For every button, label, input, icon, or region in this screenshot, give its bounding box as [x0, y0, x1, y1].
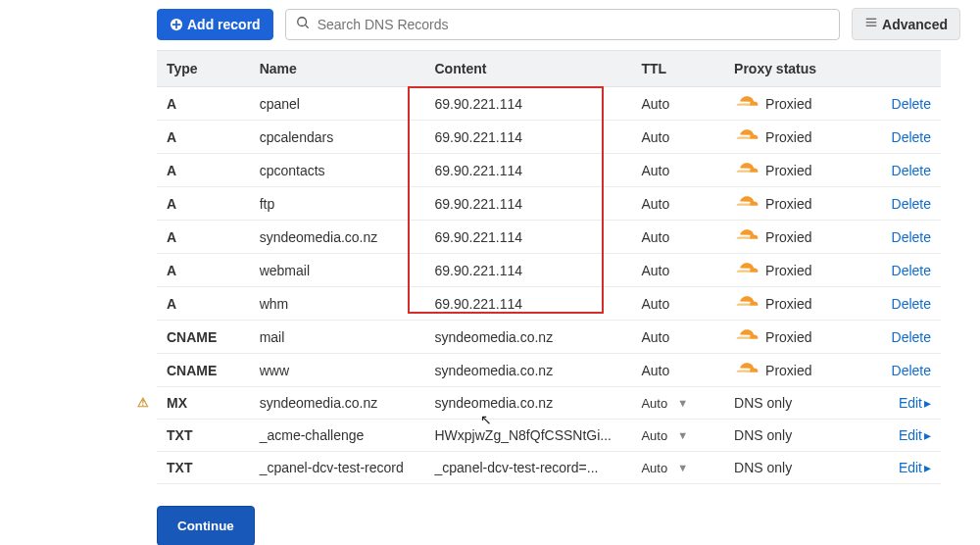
ttl-value[interactable]: Auto — [641, 129, 669, 145]
type-value: TXT — [167, 427, 192, 443]
add-record-label: Add record — [187, 17, 261, 32]
proxy-label: Proxied — [765, 363, 811, 378]
table-row[interactable]: Asyndeomedia.co.nz69.90.221.114AutoProxi… — [157, 221, 941, 254]
cell-action: Delete — [868, 354, 941, 387]
cell-proxy: Proxied — [724, 354, 868, 387]
continue-button[interactable]: Continue — [157, 506, 255, 545]
proxy-label: Proxied — [765, 129, 811, 145]
cell-type: A — [157, 87, 250, 121]
cell-proxy: Proxied — [724, 154, 868, 187]
add-record-button[interactable]: Add record — [157, 9, 273, 40]
column-name[interactable]: Name — [250, 51, 425, 87]
proxy-label: DNS only — [734, 395, 792, 411]
cell-action: Edit▸ — [868, 387, 941, 420]
cell-proxy: Proxied — [724, 187, 868, 221]
ttl-value[interactable]: Auto — [641, 229, 669, 245]
type-value: A — [167, 296, 176, 312]
column-ttl[interactable]: TTL — [631, 51, 724, 87]
table-row[interactable]: Acpcontacts69.90.221.114AutoProxiedDelet… — [157, 154, 941, 187]
column-proxy[interactable]: Proxy status — [724, 51, 868, 87]
chevron-down-icon[interactable]: ▼ — [677, 429, 688, 441]
type-value: A — [167, 263, 176, 278]
ttl-value[interactable]: Auto — [641, 163, 669, 178]
column-type[interactable]: Type — [157, 51, 250, 87]
cell-content: 69.90.221.114 — [425, 287, 632, 321]
proxy-label: Proxied — [765, 96, 811, 112]
delete-link[interactable]: Delete — [892, 296, 931, 312]
cell-content: HWxpjwZg_N8fQfCSSNtGi... — [425, 420, 632, 452]
table-row[interactable]: CNAMEmailsyndeomedia.co.nzAutoProxiedDel… — [157, 321, 941, 354]
type-value: CNAME — [167, 363, 217, 378]
cell-type: CNAME — [157, 321, 250, 354]
cell-ttl: Auto — [631, 187, 724, 221]
cell-content: 69.90.221.114 — [425, 121, 632, 154]
cell-ttl: Auto — [631, 121, 724, 154]
ttl-value[interactable]: Auto — [641, 96, 669, 112]
cell-action: Delete — [868, 154, 941, 187]
table-row[interactable]: Acpanel69.90.221.114AutoProxiedDelete — [157, 87, 941, 121]
cell-proxy: Proxied — [724, 121, 868, 154]
advanced-button[interactable]: Advanced — [852, 8, 960, 40]
cell-content: syndeomedia.co.nz — [425, 321, 632, 354]
column-content[interactable]: Content — [425, 51, 632, 87]
delete-link[interactable]: Delete — [892, 163, 931, 178]
type-value: CNAME — [167, 329, 217, 345]
ttl-value[interactable]: Auto — [641, 196, 669, 212]
cell-ttl: Auto — [631, 254, 724, 287]
cell-ttl: Auto▼ — [631, 420, 724, 452]
table-row[interactable]: ⚠MXsyndeomedia.co.nzsyndeomedia.co.nzAut… — [157, 387, 941, 420]
ttl-value[interactable]: Auto — [641, 296, 669, 312]
cell-name: _acme-challenge — [250, 420, 425, 452]
table-row[interactable]: Aftp69.90.221.114AutoProxiedDelete — [157, 187, 941, 221]
cell-type: A — [157, 221, 250, 254]
cell-name: webmail — [250, 254, 425, 287]
proxy-label: DNS only — [734, 460, 792, 475]
cell-type: A — [157, 254, 250, 287]
table-row[interactable]: Awhm69.90.221.114AutoProxiedDelete — [157, 287, 941, 321]
delete-link[interactable]: Delete — [892, 363, 931, 378]
proxy-label: Proxied — [765, 163, 811, 178]
cell-action: Edit▸ — [868, 452, 941, 484]
ttl-value[interactable]: Auto — [641, 428, 667, 443]
cell-action: Delete — [868, 287, 941, 321]
type-value: TXT — [167, 460, 192, 475]
ttl-value[interactable]: Auto — [641, 396, 667, 411]
cell-name: cpanel — [250, 87, 425, 121]
cell-proxy: Proxied — [724, 321, 868, 354]
cloud-icon — [734, 362, 760, 378]
delete-link[interactable]: Delete — [892, 96, 931, 112]
advanced-label: Advanced — [882, 17, 948, 32]
ttl-value[interactable]: Auto — [641, 461, 667, 475]
delete-link[interactable]: Delete — [892, 329, 931, 345]
delete-link[interactable]: Delete — [892, 263, 931, 278]
table-row[interactable]: Acpcalendars69.90.221.114AutoProxiedDele… — [157, 121, 941, 154]
table-row[interactable]: Awebmail69.90.221.114AutoProxiedDelete — [157, 254, 941, 287]
table-row[interactable]: TXT_acme-challengeHWxpjwZg_N8fQfCSSNtGi.… — [157, 420, 941, 452]
cell-ttl: Auto — [631, 87, 724, 121]
search-input[interactable] — [316, 16, 829, 33]
cloud-icon — [734, 195, 760, 212]
type-value: A — [167, 129, 176, 145]
chevron-down-icon[interactable]: ▼ — [677, 462, 688, 473]
edit-link[interactable]: Edit▸ — [899, 395, 931, 411]
delete-link[interactable]: Delete — [892, 229, 931, 245]
ttl-value[interactable]: Auto — [641, 263, 669, 278]
proxy-label: Proxied — [765, 329, 811, 345]
cell-ttl: Auto▼ — [631, 452, 724, 484]
table-row[interactable]: TXT_cpanel-dcv-test-record_cpanel-dcv-te… — [157, 452, 941, 484]
delete-link[interactable]: Delete — [892, 196, 931, 212]
cell-action: Delete — [868, 187, 941, 221]
search-box[interactable] — [285, 9, 840, 40]
delete-link[interactable]: Delete — [892, 129, 931, 145]
edit-link[interactable]: Edit▸ — [899, 427, 931, 443]
edit-link[interactable]: Edit▸ — [899, 460, 931, 475]
table-row[interactable]: CNAMEwwwsyndeomedia.co.nzAutoProxiedDele… — [157, 354, 941, 387]
cell-name: _cpanel-dcv-test-record — [250, 452, 425, 484]
edit-label: Edit — [899, 427, 922, 443]
cell-name: www — [250, 354, 425, 387]
ttl-value[interactable]: Auto — [641, 363, 669, 378]
cell-action: Delete — [868, 221, 941, 254]
chevron-down-icon[interactable]: ▼ — [677, 397, 688, 409]
list-icon — [864, 16, 878, 32]
ttl-value[interactable]: Auto — [641, 329, 669, 345]
